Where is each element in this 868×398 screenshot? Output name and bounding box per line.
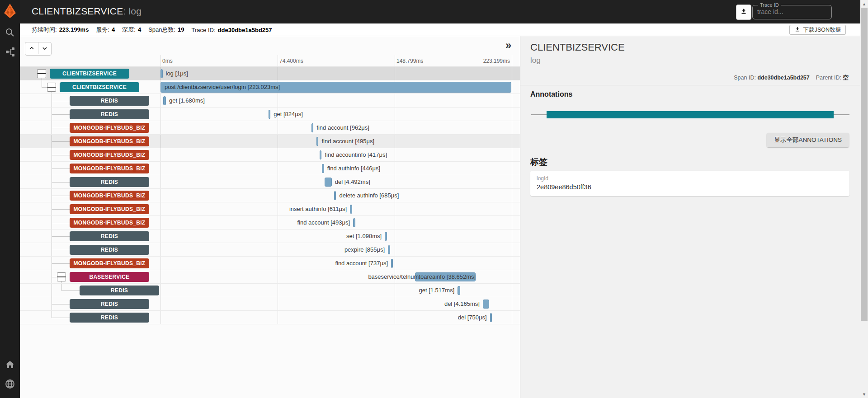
scrollbar-down-arrow[interactable]: ▼ <box>860 390 868 398</box>
span-id-value: dde30dbe1a5bd257 <box>757 75 809 81</box>
trace-row[interactable]: REDISset [1.098ms] <box>20 229 520 243</box>
download-icon <box>794 26 801 34</box>
service-badge[interactable]: MONGODB-IFLYBUDS_BIZ <box>70 191 149 201</box>
trace-row[interactable]: MONGODB-IFLYBUDS_BIZfind authinfo [446μs… <box>20 162 520 175</box>
span-label: pexpire [855μs] <box>344 243 385 257</box>
collapse-panel-button[interactable]: » <box>505 40 511 51</box>
upload-trace-button[interactable] <box>736 5 751 20</box>
span-id-label: Span ID: <box>734 75 757 81</box>
scrollbar-thumb[interactable] <box>861 8 868 321</box>
trace-row[interactable]: REDISdel [750μs] <box>20 311 520 324</box>
span-bar[interactable] <box>163 96 166 105</box>
service-badge[interactable]: REDIS <box>70 96 149 106</box>
home-icon[interactable] <box>5 359 15 370</box>
collapse-expander-icon[interactable] <box>37 69 46 78</box>
page-title-separator: : <box>123 6 128 16</box>
trace-row[interactable]: REDISdel [4.492ms] <box>20 175 520 189</box>
scrollbar-up-arrow[interactable]: ▲ <box>860 0 868 8</box>
span-bar[interactable] <box>316 137 319 146</box>
span-label: del [4.165ms] <box>444 297 480 311</box>
download-json-button[interactable]: 下载JSON数据 <box>789 25 846 35</box>
trace-row[interactable]: REDISget [824μs] <box>20 108 520 121</box>
dependencies-icon[interactable] <box>5 47 15 57</box>
trace-row[interactable]: MONGODB-IFLYBUDS_BIZinsert authinfo [611… <box>20 202 520 216</box>
service-badge[interactable]: REDIS <box>70 177 149 187</box>
trace-row[interactable]: REDISget [1.680ms] <box>20 94 520 108</box>
trace-row[interactable]: BASESERVICEbaseservice/telnumtoareainfo … <box>20 270 520 284</box>
span-label: del [750μs] <box>458 311 487 324</box>
span-bar[interactable] <box>458 286 460 295</box>
span-label: del [4.492ms] <box>335 175 370 189</box>
trace-timeline-panel: » 0ms74.400ms148.799ms223.199ms CLIENTBI… <box>20 36 520 398</box>
language-globe-icon[interactable] <box>5 379 15 389</box>
trace-row[interactable]: MONGODB-IFLYBUDS_BIZfind account [493μs] <box>20 216 520 229</box>
trace-id-input[interactable] <box>755 8 827 18</box>
service-badge[interactable]: MONGODB-IFLYBUDS_BIZ <box>70 136 149 146</box>
service-badge[interactable]: MONGODB-IFLYBUDS_BIZ <box>70 218 149 228</box>
trace-row[interactable]: REDISpexpire [855μs] <box>20 243 520 257</box>
page-title-span: log <box>128 6 142 16</box>
service-badge[interactable]: REDIS <box>70 231 149 241</box>
trace-rows: CLIENTBIZSERVICElog [1μs]CLIENTBIZSERVIC… <box>20 66 520 324</box>
span-bar[interactable] <box>385 232 387 241</box>
search-icon[interactable] <box>5 27 15 38</box>
trace-row[interactable]: MONGODB-IFLYBUDS_BIZfind account [495μs] <box>20 135 520 148</box>
collapse-expander-icon[interactable] <box>47 83 56 92</box>
trace-row[interactable]: REDISdel [4.165ms] <box>20 297 520 311</box>
detail-service-name: CLIENTBIZSERVICE <box>530 42 625 53</box>
span-bar[interactable] <box>350 205 352 214</box>
span-bar[interactable] <box>322 164 324 173</box>
trace-row[interactable]: MONGODB-IFLYBUDS_BIZdelete authinfo [685… <box>20 189 520 202</box>
service-badge[interactable]: BASESERVICE <box>70 272 149 282</box>
service-badge[interactable]: REDIS <box>70 313 149 323</box>
span-bar[interactable] <box>325 178 332 187</box>
service-badge[interactable]: CLIENTBIZSERVICE <box>60 82 139 92</box>
span-label: get [1.680ms] <box>169 94 205 108</box>
stat-label: Span总数: <box>148 26 175 33</box>
span-bar[interactable] <box>320 150 322 159</box>
span-detail-panel: CLIENTBIZSERVICE log Span ID: dde30dbe1a… <box>520 36 860 398</box>
span-bar[interactable] <box>353 218 355 227</box>
trace-id-field-label: Trace ID <box>758 2 781 8</box>
service-badge[interactable]: MONGODB-IFLYBUDS_BIZ <box>70 258 149 268</box>
stat-item: 深度:4 <box>122 26 141 34</box>
service-badge[interactable]: REDIS <box>70 245 149 255</box>
parent-id-label: Parent ID: <box>816 75 843 81</box>
app-window: CLIENTBIZSERVICE: log Trace ID 持续时间:223.… <box>0 0 868 398</box>
span-bar[interactable] <box>490 313 492 322</box>
trace-row[interactable]: CLIENTBIZSERVICEpost /clientbizservice/u… <box>20 80 520 94</box>
timeline-tick-label: 74.400ms <box>279 58 303 64</box>
tag-card[interactable]: logId2e809ee86d50ff36 <box>530 171 849 196</box>
span-bar[interactable] <box>388 245 390 254</box>
service-badge[interactable]: MONGODB-IFLYBUDS_BIZ <box>70 150 149 160</box>
span-bar[interactable] <box>334 191 336 200</box>
span-label: post /clientbizservice/user/login [223.0… <box>165 80 280 94</box>
service-badge[interactable]: MONGODB-IFLYBUDS_BIZ <box>70 164 149 173</box>
trace-row[interactable]: CLIENTBIZSERVICElog [1μs] <box>20 67 520 80</box>
service-badge[interactable]: CLIENTBIZSERVICE <box>50 69 129 79</box>
page-scrollbar[interactable]: ▲ ▼ <box>860 0 868 398</box>
span-bar[interactable] <box>311 123 314 132</box>
service-badge[interactable]: REDIS <box>70 109 149 119</box>
show-all-annotations-button[interactable]: 显示全部ANNOTATIONS <box>767 133 849 147</box>
service-badge[interactable]: REDIS <box>70 299 149 309</box>
trace-row[interactable]: REDISget [1.517ms] <box>20 284 520 297</box>
span-bar[interactable] <box>269 110 271 119</box>
zipkin-logo-icon[interactable] <box>3 3 17 19</box>
page-title: CLIENTBIZSERVICE: log <box>32 6 142 17</box>
service-badge[interactable]: REDIS <box>80 286 159 295</box>
span-bar[interactable] <box>483 300 489 309</box>
service-badge[interactable]: MONGODB-IFLYBUDS_BIZ <box>70 123 149 133</box>
collapse-expander-icon[interactable] <box>57 272 66 281</box>
trace-row[interactable]: MONGODB-IFLYBUDS_BIZfind accountinfo [41… <box>20 148 520 162</box>
span-bar[interactable] <box>391 259 393 268</box>
span-bar[interactable] <box>160 69 163 78</box>
trace-row[interactable]: MONGODB-IFLYBUDS_BIZfind account [962μs] <box>20 121 520 135</box>
annotation-bar[interactable] <box>547 111 834 118</box>
next-span-button[interactable] <box>38 42 51 54</box>
service-badge[interactable]: MONGODB-IFLYBUDS_BIZ <box>70 204 149 214</box>
page-title-service: CLIENTBIZSERVICE <box>32 6 123 16</box>
trace-row[interactable]: MONGODB-IFLYBUDS_BIZfind account [737μs] <box>20 257 520 270</box>
annotations-title: Annotations <box>530 90 572 98</box>
prev-span-button[interactable] <box>25 42 38 54</box>
